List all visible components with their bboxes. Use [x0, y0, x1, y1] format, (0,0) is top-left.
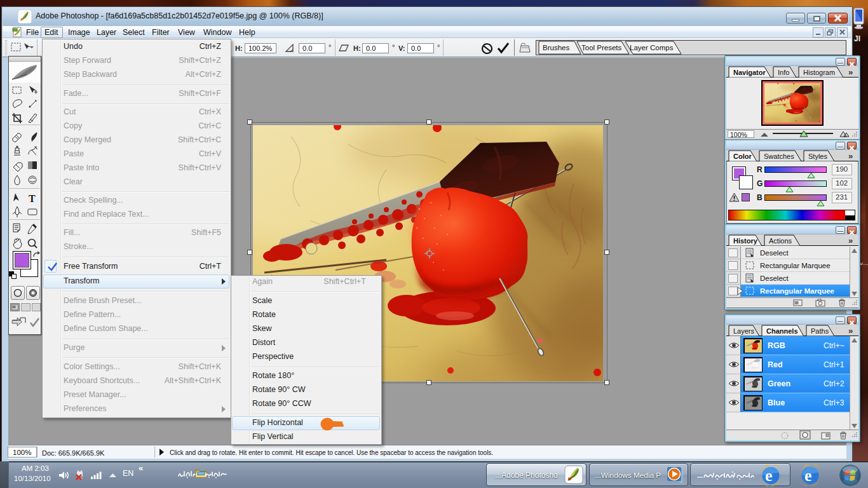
svg-text:»: »	[848, 236, 853, 245]
svg-text:Tool Presets: Tool Presets	[581, 44, 622, 51]
svg-text:Layers: Layers	[733, 327, 755, 335]
svg-text:Channels: Channels	[766, 327, 798, 335]
svg-text:Actions: Actions	[769, 237, 792, 245]
svg-text:Brushes: Brushes	[543, 44, 569, 51]
svg-text:»: »	[848, 326, 853, 336]
svg-text:Info: Info	[778, 69, 789, 76]
svg-text:e: e	[765, 466, 773, 485]
svg-text:Layer Comps: Layer Comps	[630, 44, 674, 51]
svg-text:Paths: Paths	[811, 327, 829, 335]
svg-text:T: T	[29, 193, 36, 204]
svg-text:History: History	[733, 237, 758, 245]
svg-text:Swatches: Swatches	[764, 152, 794, 160]
svg-text:e: e	[804, 466, 812, 485]
svg-text:Histogram: Histogram	[803, 69, 835, 76]
svg-text:Navigator: Navigator	[733, 69, 766, 76]
svg-text:Styles: Styles	[808, 152, 827, 160]
svg-text:Color: Color	[733, 152, 752, 160]
svg-text:»: »	[848, 151, 853, 161]
svg-text:»: »	[848, 67, 853, 77]
